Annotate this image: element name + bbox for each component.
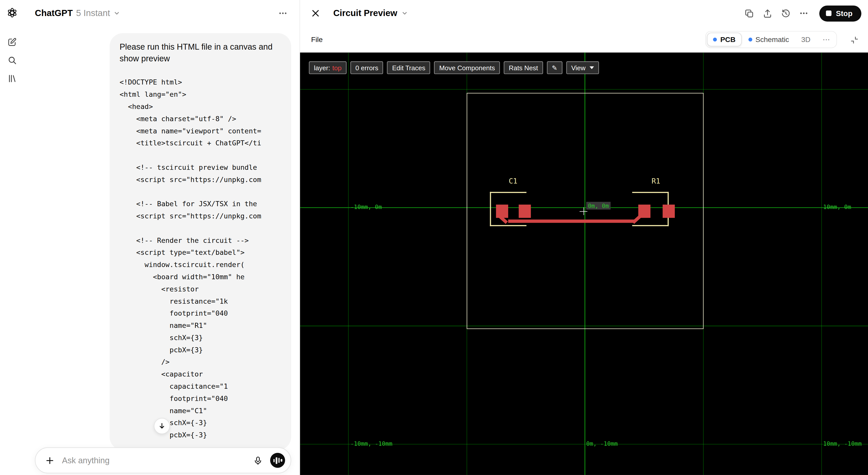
tabs-overflow[interactable]: ⋯: [817, 33, 835, 46]
view-menu-label: View: [571, 64, 585, 71]
edit-traces-button[interactable]: Edit Traces: [387, 61, 430, 74]
canvas-actions: Stop: [741, 5, 861, 22]
tab-3d[interactable]: 3D: [796, 33, 816, 46]
chevron-down-icon: [401, 10, 408, 16]
schematic-dot-icon: [748, 38, 752, 41]
canvas-panel: Circuit Preview: [300, 0, 868, 475]
component-r1-label: R1: [652, 177, 660, 185]
tab-pcb[interactable]: PCB: [707, 33, 742, 46]
c1-pad-2[interactable]: [519, 205, 531, 218]
coord-label-origin: 0m, 0m: [586, 202, 610, 209]
voice-mode-button[interactable]: [270, 453, 285, 468]
microphone-icon[interactable]: [250, 452, 266, 468]
user-message-text: Please run this HTML file in a canvas an…: [120, 41, 281, 64]
stop-button[interactable]: Stop: [819, 5, 861, 22]
layer-label: layer:: [314, 64, 330, 71]
fit-view-icon[interactable]: [848, 34, 860, 46]
composer: [35, 447, 291, 473]
waveform-icon: [276, 457, 277, 464]
waveform-icon: [281, 459, 282, 462]
file-menu[interactable]: File: [311, 35, 323, 44]
app-title: ChatGPT: [35, 8, 73, 18]
rats-nest-label: Rats Nest: [509, 64, 538, 71]
chat-panel: ChatGPT 5 Instant Please run this HTML f…: [24, 0, 300, 475]
chevron-down-icon: [114, 10, 120, 16]
attach-plus-icon[interactable]: [42, 452, 58, 468]
sidebar: [0, 0, 24, 475]
coord-label: 0m, -10mm: [586, 440, 618, 447]
canvas-menubar: File PCB Schematic 3D ⋯: [300, 27, 868, 53]
stop-icon: [826, 10, 832, 16]
pencil-icon: ✎: [552, 64, 557, 71]
caret-down-icon: [589, 66, 594, 69]
tab-schematic[interactable]: Schematic: [743, 33, 795, 46]
layer-value: top: [332, 64, 341, 71]
user-message-bubble: Please run this HTML file in a canvas an…: [110, 33, 291, 450]
errors-label: 0 errors: [355, 64, 378, 71]
canvas-title[interactable]: Circuit Preview: [333, 8, 408, 18]
conversation-menu-icon[interactable]: [275, 6, 291, 21]
stop-label: Stop: [836, 9, 852, 18]
share-icon[interactable]: [759, 5, 775, 22]
tab-pcb-label: PCB: [720, 35, 736, 44]
waveform-icon: [273, 459, 275, 462]
trace-segment[interactable]: [508, 219, 634, 223]
waveform-icon: [278, 458, 280, 463]
canvas-header: Circuit Preview: [300, 0, 868, 27]
errors-button[interactable]: 0 errors: [350, 61, 383, 74]
user-message-code: <!DOCTYPE html> <html lang="en"> <head> …: [120, 76, 281, 441]
chat-header: ChatGPT 5 Instant: [24, 0, 300, 27]
more-options-icon[interactable]: [795, 5, 812, 22]
new-chat-icon[interactable]: [4, 34, 20, 50]
layer-button[interactable]: layer: top: [309, 61, 347, 74]
coord-label: -10mm, 0m: [350, 203, 382, 210]
edit-traces-label: Edit Traces: [392, 64, 425, 71]
coord-label: -10mm, -10mm: [350, 440, 393, 447]
history-icon[interactable]: [777, 5, 794, 22]
chatgpt-logo-icon[interactable]: [4, 5, 20, 21]
library-icon[interactable]: [4, 71, 20, 86]
close-icon[interactable]: [308, 6, 323, 21]
view-tabs: PCB Schematic 3D ⋯: [705, 31, 837, 48]
scroll-to-bottom-button[interactable]: [154, 418, 170, 434]
pcb-dot-icon: [713, 38, 717, 41]
component-c1-label: C1: [509, 177, 517, 185]
coord-label: 10mm, 0m: [823, 203, 851, 210]
pcb-toolbar: layer: top 0 errors Edit Traces Move Com…: [309, 61, 599, 74]
pcb-viewport[interactable]: layer: top 0 errors Edit Traces Move Com…: [300, 53, 868, 475]
coord-label: 10mm, -10mm: [823, 440, 862, 447]
move-components-button[interactable]: Move Components: [434, 61, 500, 74]
copy-icon[interactable]: [741, 5, 757, 22]
app-window: ChatGPT 5 Instant Please run this HTML f…: [0, 0, 868, 475]
view-menu-button[interactable]: View: [566, 61, 599, 74]
pencil-tool-button[interactable]: ✎: [547, 61, 562, 74]
rats-nest-button[interactable]: Rats Nest: [504, 61, 543, 74]
r1-pad-2[interactable]: [662, 205, 675, 218]
tab-3d-label: 3D: [801, 35, 810, 44]
model-selector[interactable]: ChatGPT 5 Instant: [35, 8, 120, 18]
chat-messages[interactable]: Please run this HTML file in a canvas an…: [24, 27, 300, 475]
search-icon[interactable]: [4, 53, 20, 68]
tab-schematic-label: Schematic: [755, 35, 789, 44]
message-input[interactable]: [62, 456, 246, 465]
move-components-label: Move Components: [439, 64, 495, 71]
model-name: 5 Instant: [76, 8, 110, 18]
canvas-title-text: Circuit Preview: [333, 8, 397, 18]
tabs-overflow-icon: ⋯: [823, 35, 830, 44]
